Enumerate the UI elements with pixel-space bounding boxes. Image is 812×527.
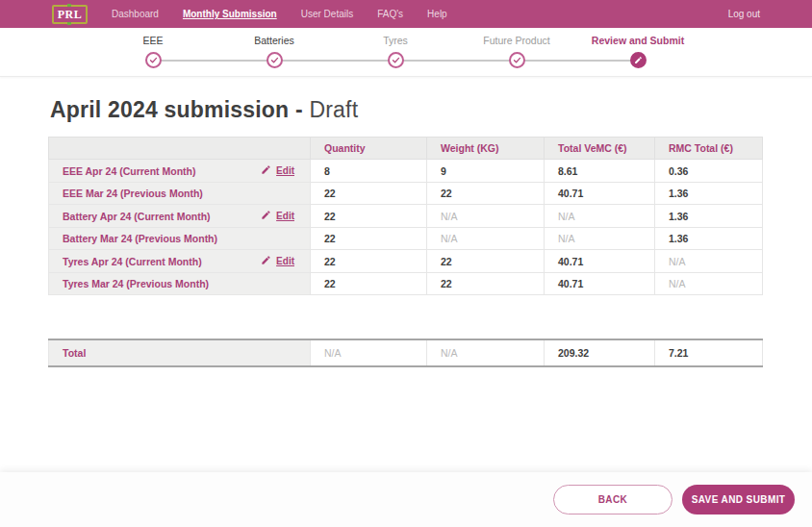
cell-rmc: 0.36	[655, 160, 763, 183]
cell-quantity: 22	[311, 250, 427, 273]
pencil-icon	[261, 210, 271, 222]
cell-vemc: N/A	[545, 205, 655, 228]
logout-link[interactable]: Log out	[728, 9, 760, 19]
cell-quantity: 8	[311, 160, 427, 183]
cell-vemc: 40.71	[545, 273, 655, 295]
nav-item-user-details[interactable]: User Details	[301, 9, 353, 19]
column-header-row-labels	[49, 138, 311, 160]
check-icon	[145, 52, 162, 68]
row-label: EEE Apr 24 (Current Month)	[63, 165, 195, 177]
cell-weight: 22	[427, 183, 545, 205]
step-future-product[interactable]: Future Product	[456, 35, 577, 76]
step-label: Review and Submit	[592, 35, 684, 50]
step-review-and-submit[interactable]: Review and Submit	[577, 35, 698, 76]
cell-quantity: 22	[311, 205, 427, 228]
page-title-status: Draft	[309, 97, 358, 122]
cell-rmc: N/A	[655, 273, 763, 295]
pencil-icon	[261, 255, 271, 267]
cell-weight: 22	[427, 273, 545, 295]
total-label-cell: Total	[49, 339, 311, 366]
top-nav-bar: PRL DashboardMonthly SubmissionUser Deta…	[0, 0, 812, 28]
total-table: TotalN/AN/A209.327.21	[48, 339, 763, 367]
cell-vemc: 8.61	[545, 160, 655, 183]
cell-vemc: N/A	[545, 228, 655, 250]
nav-item-help[interactable]: Help	[427, 9, 447, 19]
step-label: EEE	[142, 35, 163, 50]
row-label-cell: Battery Apr 24 (Current Month)Edit	[49, 205, 311, 228]
table-row: EEE Mar 24 (Previous Month)222240.711.36	[49, 183, 763, 205]
row-label: Battery Mar 24 (Previous Month)	[63, 233, 217, 244]
main-content: April 2024 submission - Draft QuantityWe…	[0, 97, 812, 367]
row-label-cell: Tyres Apr 24 (Current Month)Edit	[49, 250, 311, 273]
step-label: Batteries	[254, 35, 293, 50]
row-label-cell: Battery Mar 24 (Previous Month)	[49, 228, 311, 250]
back-button[interactable]: BACK	[553, 485, 672, 514]
cell-vemc: 40.71	[545, 183, 655, 205]
row-label-cell: EEE Mar 24 (Previous Month)	[49, 183, 311, 205]
pencil-icon	[261, 164, 271, 177]
nav-item-dashboard[interactable]: Dashboard	[112, 9, 159, 19]
table-row: EEE Apr 24 (Current Month)Edit898.610.36	[49, 160, 763, 183]
edit-control[interactable]: Edit	[261, 164, 294, 177]
column-header-rmc-total: RMC Total (€)	[655, 138, 763, 160]
stepper: EEEBatteriesTyresFuture ProductReview an…	[92, 28, 698, 76]
column-header-quantity: Quantity	[311, 138, 427, 160]
table-row: Tyres Apr 24 (Current Month)Edit222240.7…	[49, 250, 763, 273]
step-eee[interactable]: EEE	[92, 35, 214, 76]
total-cell-vemc: 209.32	[545, 339, 655, 366]
edit-link[interactable]: Edit	[276, 211, 294, 221]
step-label: Future Product	[483, 35, 549, 50]
nav-item-monthly-submission[interactable]: Monthly Submission	[183, 9, 277, 19]
step-batteries[interactable]: Batteries	[214, 35, 335, 76]
brand-logo-text: PRL	[58, 9, 83, 20]
row-label-cell: EEE Apr 24 (Current Month)Edit	[49, 160, 311, 183]
cell-rmc: N/A	[655, 250, 763, 273]
cell-quantity: 22	[311, 183, 427, 205]
cell-rmc: 1.36	[655, 183, 763, 205]
row-label: Tyres Mar 24 (Previous Month)	[63, 278, 209, 289]
brand-logo[interactable]: PRL	[52, 5, 88, 24]
edit-control[interactable]: Edit	[261, 210, 294, 222]
cell-vemc: 40.71	[545, 250, 655, 273]
row-label-cell: Tyres Mar 24 (Previous Month)	[49, 273, 311, 295]
cell-weight: 9	[427, 160, 545, 183]
row-label: EEE Mar 24 (Previous Month)	[63, 188, 203, 199]
cell-quantity: 22	[311, 273, 427, 295]
cell-rmc: 1.36	[655, 228, 763, 250]
check-icon	[509, 52, 525, 68]
column-header-total-vemc: Total VeMC (€)	[545, 138, 655, 160]
cell-weight: N/A	[427, 205, 545, 228]
save-submit-button[interactable]: SAVE AND SUBMIT	[682, 485, 795, 514]
row-label: Tyres Apr 24 (Current Month)	[63, 256, 202, 267]
total-cell-weight: N/A	[427, 339, 545, 366]
table-header-row: QuantityWeight (KG)Total VeMC (€)RMC Tot…	[49, 138, 763, 160]
main-nav: DashboardMonthly SubmissionUser DetailsF…	[112, 9, 447, 19]
cell-quantity: 22	[311, 228, 427, 250]
table-row: Battery Apr 24 (Current Month)Edit22N/AN…	[49, 205, 763, 228]
cell-rmc: 1.36	[655, 205, 763, 228]
total-cell-rmc: 7.21	[655, 339, 763, 366]
step-tyres[interactable]: Tyres	[335, 35, 456, 76]
page-title-main: April 2024 submission -	[50, 97, 303, 122]
submission-table: QuantityWeight (KG)Total VeMC (€)RMC Tot…	[48, 137, 763, 295]
edit-link[interactable]: Edit	[276, 165, 294, 176]
step-label: Tyres	[383, 35, 408, 50]
table-row: Battery Mar 24 (Previous Month)22N/AN/A1…	[49, 228, 763, 250]
edit-link[interactable]: Edit	[276, 256, 294, 266]
table-row: Tyres Mar 24 (Previous Month)222240.71N/…	[49, 273, 763, 295]
footer-action-bar: BACK SAVE AND SUBMIT	[0, 472, 812, 527]
check-icon	[266, 52, 283, 68]
page-title: April 2024 submission - Draft	[50, 97, 812, 123]
pencil-icon	[630, 52, 647, 68]
cell-weight: N/A	[427, 228, 545, 250]
total-label: Total	[63, 347, 86, 359]
edit-control[interactable]: Edit	[261, 255, 294, 267]
check-icon	[388, 52, 404, 68]
stepper-bar: EEEBatteriesTyresFuture ProductReview an…	[0, 28, 812, 77]
total-row: TotalN/AN/A209.327.21	[49, 339, 763, 366]
total-cell-quantity: N/A	[311, 339, 427, 366]
column-header-weight-kg: Weight (KG)	[427, 138, 545, 160]
row-label: Battery Apr 24 (Current Month)	[63, 211, 211, 222]
cell-weight: 22	[427, 250, 545, 273]
nav-item-faq-s[interactable]: FAQ's	[377, 9, 403, 19]
